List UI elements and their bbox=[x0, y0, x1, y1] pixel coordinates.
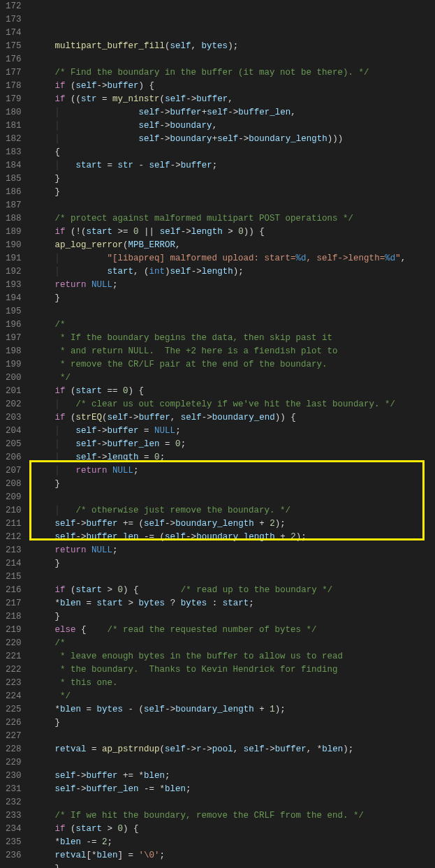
token-var: length bbox=[108, 453, 139, 462]
token-var: self bbox=[55, 784, 76, 794]
code-line[interactable]: self->buffer_len -= (self->boundary_leng… bbox=[34, 531, 406, 544]
code-line[interactable]: │ self->boundary, bbox=[34, 119, 406, 133]
code-line[interactable]: if (start > 0) { bbox=[34, 823, 406, 836]
code-line[interactable]: return NULL; bbox=[34, 544, 406, 557]
code-line[interactable]: if (!(start >= 0 || self->length > 0)) { bbox=[34, 226, 406, 239]
code-line[interactable]: * If the boundary begins the data, then … bbox=[34, 332, 406, 345]
code-line[interactable]: │ /* clear us out completely if we've hi… bbox=[34, 398, 406, 411]
token-op: += * bbox=[118, 771, 145, 781]
token-op: == bbox=[102, 386, 123, 396]
token-var: length bbox=[202, 267, 233, 277]
token-op: -> bbox=[97, 81, 108, 91]
code-line[interactable]: │ return NULL; bbox=[34, 464, 406, 478]
token-op: || bbox=[139, 227, 160, 237]
code-line[interactable] bbox=[34, 796, 406, 809]
token-op: ] = bbox=[118, 851, 139, 860]
code-line[interactable]: │ self->buffer_len = 0; bbox=[34, 438, 406, 451]
code-line[interactable]: self->buffer += *blen; bbox=[34, 770, 406, 783]
code-line[interactable]: retval = ap_pstrndup(self->r->pool, self… bbox=[34, 743, 406, 756]
code-line[interactable]: │ start = str - self->buffer; bbox=[34, 159, 406, 172]
code-line[interactable]: if ((str = my_ninstr(self->buffer, bbox=[34, 93, 406, 106]
code-line[interactable]: /* bbox=[34, 318, 406, 332]
token-op: -> bbox=[76, 771, 87, 781]
token-op: + bbox=[275, 532, 291, 542]
token-var: retval bbox=[55, 744, 87, 754]
line-number: 216 bbox=[6, 584, 22, 597]
code-line[interactable]: } bbox=[34, 557, 406, 571]
code-line[interactable]: *blen = bytes - (self->boundary_length +… bbox=[34, 703, 406, 716]
token-op bbox=[87, 545, 92, 555]
code-line[interactable]: if (strEQ(self->buffer, self->boundary_e… bbox=[34, 411, 406, 425]
code-line[interactable]: } bbox=[34, 478, 406, 491]
token-op: = bbox=[160, 439, 176, 449]
code-line[interactable]: │ /* otherwise just remove the boundary.… bbox=[34, 504, 406, 517]
code-line[interactable]: │ self->boundary+self->boundary_length))… bbox=[34, 133, 406, 146]
code-line[interactable] bbox=[34, 730, 406, 743]
code-area[interactable]: multipart_buffer_fill(self, bytes); /* F… bbox=[31, 0, 406, 868]
token-g bbox=[34, 665, 55, 675]
code-line[interactable]: } bbox=[34, 716, 406, 730]
code-line[interactable]: retval[*blen] = '\0'; bbox=[34, 849, 406, 862]
token-g bbox=[34, 426, 55, 436]
line-number: 174 bbox=[6, 27, 22, 40]
token-op: } bbox=[55, 612, 61, 621]
token-var: boundary_length bbox=[175, 519, 254, 529]
code-line[interactable] bbox=[34, 305, 406, 318]
code-line[interactable]: * remove the CR/LF pair at the end of th… bbox=[34, 358, 406, 372]
line-number: 179 bbox=[6, 93, 22, 106]
code-line[interactable]: self->buffer_len -= *blen; bbox=[34, 783, 406, 796]
code-line[interactable]: *blen -= 2; bbox=[34, 836, 406, 849]
token-var: self bbox=[76, 426, 97, 436]
code-line[interactable] bbox=[34, 756, 406, 770]
code-line[interactable]: * leave enough bytes in the buffer to al… bbox=[34, 650, 406, 663]
code-line[interactable]: * and return NULL. The +2 here is a fien… bbox=[34, 345, 406, 358]
token-op: } bbox=[55, 864, 61, 868]
code-line[interactable]: if (start > 0) { /* read up to the bound… bbox=[34, 584, 406, 597]
code-line[interactable]: else { /* read the requested number of b… bbox=[34, 624, 406, 637]
code-line[interactable]: self->buffer += (self->boundary_length +… bbox=[34, 517, 406, 531]
code-line[interactable] bbox=[34, 199, 406, 212]
code-line[interactable]: multipart_buffer_fill(self, bytes); bbox=[34, 40, 406, 53]
code-line[interactable]: │ self->buffer = NULL; bbox=[34, 425, 406, 438]
code-line[interactable]: │ "[libapreq] malformed upload: start=%d… bbox=[34, 252, 406, 265]
token-var: bytes bbox=[202, 41, 228, 51]
code-editor[interactable]: 1721731741751761771781791801811821831841… bbox=[0, 0, 435, 868]
code-line[interactable] bbox=[34, 571, 406, 584]
code-line[interactable]: │ self->buffer+self->buffer_len, bbox=[34, 106, 406, 119]
code-line[interactable]: return NULL; bbox=[34, 279, 406, 292]
token-op: = bbox=[102, 161, 118, 170]
code-line[interactable]: } bbox=[34, 610, 406, 624]
code-line[interactable]: } bbox=[34, 862, 406, 868]
code-line[interactable]: /* Find the boundary in the buffer (it m… bbox=[34, 66, 406, 80]
token-op: , bbox=[401, 253, 406, 263]
code-line[interactable]: if (self->buffer) { bbox=[34, 80, 406, 93]
token-cmt: * If the boundary begins the data, then … bbox=[55, 333, 333, 343]
code-line[interactable]: ap_log_rerror(MPB_ERROR, bbox=[34, 239, 406, 252]
token-g bbox=[34, 161, 55, 170]
code-line[interactable]: *blen = start > bytes ? bytes : start; bbox=[34, 597, 406, 610]
token-g bbox=[34, 837, 55, 847]
code-line[interactable] bbox=[34, 491, 406, 504]
code-line[interactable]: if (start == 0) { bbox=[34, 385, 406, 398]
code-line[interactable]: { bbox=[34, 146, 406, 159]
token-op: -= ( bbox=[139, 532, 165, 542]
code-line[interactable]: /* bbox=[34, 637, 406, 650]
code-line[interactable]: */ bbox=[34, 690, 406, 703]
code-line[interactable]: │ self->length = 0; bbox=[34, 451, 406, 464]
token-g bbox=[34, 94, 55, 104]
code-line[interactable] bbox=[34, 53, 406, 66]
code-line[interactable]: * the boundary. Thanks to Kevin Hendrick… bbox=[34, 663, 406, 677]
code-line[interactable]: } bbox=[34, 292, 406, 305]
token-var: start bbox=[223, 598, 249, 608]
token-cmt: /* read up to the boundary */ bbox=[181, 585, 333, 595]
code-line[interactable]: /* If we hit the boundary, remove the CR… bbox=[34, 809, 406, 823]
code-line[interactable]: } bbox=[34, 186, 406, 199]
code-line[interactable]: * this one. bbox=[34, 677, 406, 690]
code-line[interactable]: │ start, (int)self->length); bbox=[34, 265, 406, 279]
code-line[interactable]: /* protect against malformed multipart P… bbox=[34, 212, 406, 226]
code-line[interactable]: } bbox=[34, 172, 406, 186]
token-num: 0 bbox=[118, 824, 124, 834]
token-op: - ( bbox=[123, 705, 144, 714]
code-line[interactable]: */ bbox=[34, 372, 406, 385]
line-number: 198 bbox=[6, 345, 22, 358]
